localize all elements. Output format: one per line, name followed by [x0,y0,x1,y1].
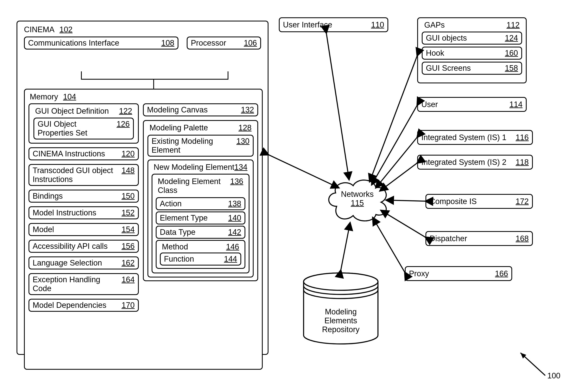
is1-label: Integrated System (IS) 1 [421,133,506,142]
transcoded-ref: 148 [121,166,134,175]
dep-ref: 170 [121,301,134,310]
memory-left-col: GUI Object Definition 122 GUI Object Pro… [29,103,139,312]
transcoded-box: Transcoded GUI object Instructions 148 [29,164,139,186]
svg-point-1 [304,273,378,290]
repository-label: Modeling Elements Repository [308,308,374,334]
bindings-label: Bindings [33,192,63,200]
acc-api-ref: 156 [121,242,134,251]
dispatcher-box: Dispatcher 168 [425,231,533,246]
svg-line-12 [373,218,405,272]
bus-connector [17,70,269,90]
model-instr-label: Model Instructions [33,208,96,217]
user-box: User 114 [417,97,527,112]
comm-interface-box: Communications Interface 108 [24,36,178,50]
new-elem-ref: 134 [234,163,247,172]
elem-class-ref: 136 [230,177,243,186]
dtype-ref: 142 [228,228,241,237]
hook-ref: 160 [505,49,518,58]
cinema-box: CINEMA 102 Communications Interface 108 … [17,21,268,355]
lang-sel-ref: 162 [121,258,134,268]
cinema-title: CINEMA [24,25,55,34]
gui-screens-label: GUI Screens [426,64,471,72]
figure-arrow-icon [514,349,551,380]
action-box: Action 138 [156,197,245,210]
svg-line-10 [386,200,425,201]
processor-box: Processor 106 [187,36,261,50]
gui-objects-label: GUI objects [426,34,467,42]
networks-ref: 115 [351,199,364,207]
disp-ref: 168 [516,234,529,243]
memory-right-col: Modeling Canvas 132 Modeling Palette 128… [143,103,258,312]
palette-ref: 128 [238,124,251,132]
gui-props-label: GUI Object Properties Set [38,120,104,138]
proxy-box: Proxy 166 [405,266,512,281]
is1-ref: 116 [516,133,529,142]
function-box: Function 144 [160,252,241,266]
model-label: Model [33,225,54,234]
etype-label: Element Type [160,214,208,222]
cinema-instr-box: CINEMA Instructions 120 [29,147,139,160]
cinema-ref: 102 [60,25,73,34]
ui-ref: 110 [371,20,384,29]
dtype-box: Data Type 142 [156,226,245,239]
acc-api-box: Accessibility API calls 156 [29,240,139,253]
gui-def-ref: 122 [119,107,132,116]
gui-screens-box: GUI Screens 158 [422,62,522,75]
function-ref: 144 [224,254,237,264]
gui-screens-ref: 158 [505,64,518,72]
proxy-label: Proxy [409,269,429,278]
elem-class-label: Modeling Element Class [158,177,224,195]
lang-sel-box: Language Selection 162 [29,256,139,270]
memory-title: Memory [30,92,58,101]
disp-label: Dispatcher [430,234,467,243]
acc-api-label: Accessibility API calls [33,242,108,251]
gui-def-box: GUI Object Definition 122 GUI Object Pro… [29,103,139,144]
gui-props-box: GUI Object Properties Set 126 [34,118,134,140]
dep-box: Model Dependencies 170 [29,299,139,312]
cinema-instr-ref: 120 [121,149,134,158]
gaps-box: GAPs 112 GUI objects 124 Hook 160 GUI Sc… [417,17,527,83]
model-box: Model 154 [29,223,139,236]
exc-label: Exception Handling Code [33,275,107,293]
ui-label: User Interface [283,20,332,29]
palette-label: Modeling Palette [150,124,208,132]
figure-num: 100 [547,371,560,380]
action-ref: 138 [228,199,241,208]
method-ref: 146 [226,242,239,251]
palette-box: Modeling Palette 128 Existing Modeling E… [143,120,258,281]
proc-ref: 106 [244,38,257,48]
user-ref: 114 [509,100,522,109]
gui-objects-box: GUI objects 124 [422,32,522,44]
exc-box: Exception Handling Code 164 [29,273,139,295]
existing-elem-label: Existing Modeling Element [152,137,222,154]
svg-line-6 [370,56,417,182]
is2-ref: 118 [516,158,529,167]
gaps-label: GAPs [424,21,445,30]
composite-is-box: Composite IS 172 [425,194,533,209]
action-label: Action [160,199,182,208]
existing-elem-ref: 130 [236,137,249,146]
gui-def-label: GUI Object Definition [35,107,109,116]
model-instr-box: Model Instructions 152 [29,206,139,219]
new-elem-box: New Modeling Element 134 Modeling Elemen… [147,160,254,278]
exc-ref: 164 [121,275,134,284]
model-instr-ref: 152 [121,208,134,217]
is1-box: Integrated System (IS) 1 116 [417,130,533,145]
canvas-ref: 132 [241,106,254,114]
transcoded-label: Transcoded GUI object Instructions [33,166,119,184]
gui-objects-ref: 124 [505,34,518,42]
comm-ref: 108 [161,38,174,48]
svg-line-5 [326,33,349,180]
is2-box: Integrated System (IS) 2 118 [417,155,533,170]
elem-class-box: Modeling Element Class 136 Action 138 El… [152,174,249,273]
memory-ref: 104 [63,92,76,101]
lang-sel-label: Language Selection [33,258,102,268]
networks-label: Networks 115 [339,190,376,208]
comm-label: Communications Interface [28,38,119,48]
bindings-ref: 150 [121,192,134,200]
svg-line-13 [341,223,350,270]
hook-label: Hook [426,49,444,58]
etype-box: Element Type 140 [156,212,245,224]
canvas-label: Modeling Canvas [147,106,208,114]
dep-label: Model Dependencies [33,301,106,310]
